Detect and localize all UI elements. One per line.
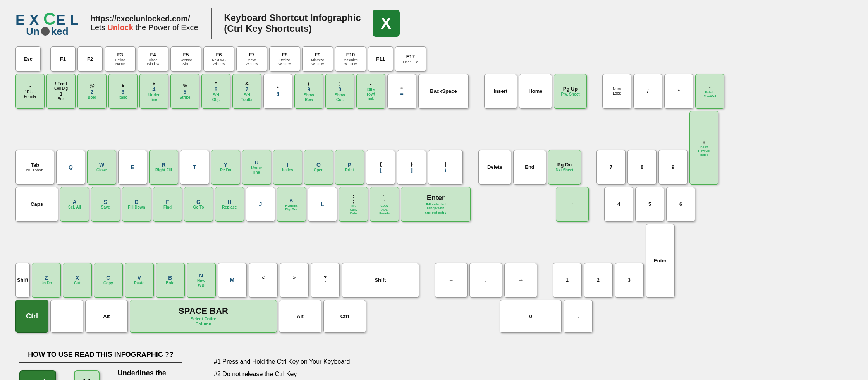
arrow-down-key[interactable]: ↓: [469, 263, 502, 298]
enter-key[interactable]: Enter Fill selectedrange withcurrent ent…: [401, 187, 471, 222]
tab-key[interactable]: Tab Nxt TB/WB: [15, 150, 54, 185]
bracket-open-key[interactable]: { [: [366, 150, 395, 185]
z-key[interactable]: Z Un Do: [32, 263, 61, 298]
f11-key[interactable]: F11: [368, 46, 393, 72]
k-key[interactable]: K HyprlinkDlg. Box: [277, 187, 306, 222]
x-key[interactable]: X Cut: [63, 263, 92, 298]
num5-key[interactable]: 5: [635, 187, 664, 222]
numlock-key[interactable]: NumLock: [602, 74, 631, 109]
num-mul-key[interactable]: *: [664, 74, 693, 109]
f5-key[interactable]: F5 RestoreSize: [170, 46, 201, 72]
a-key[interactable]: A Sel. All: [60, 187, 89, 222]
arrow-right-key[interactable]: →: [504, 263, 537, 298]
caps-key[interactable]: Caps: [15, 187, 58, 222]
u-key[interactable]: U Underline: [242, 150, 271, 185]
home-key[interactable]: Home: [519, 74, 552, 109]
end-key[interactable]: End: [513, 150, 546, 185]
num7-key[interactable]: 7: [596, 150, 626, 185]
three-key[interactable]: # 3 Italic: [108, 74, 138, 109]
arrow-left-key[interactable]: ←: [435, 263, 468, 298]
f8-key[interactable]: F8 ResizeWindow: [269, 46, 300, 72]
num4-key[interactable]: 4: [604, 187, 633, 222]
p-key[interactable]: P Print: [335, 150, 364, 185]
shift-left-key[interactable]: Shift: [15, 263, 30, 298]
pipe-key[interactable]: | \: [428, 150, 463, 185]
q-key[interactable]: Q: [56, 150, 85, 185]
t-key[interactable]: T: [180, 150, 209, 185]
num-plus-key[interactable]: + InsertRow/Column: [689, 111, 718, 185]
j-key[interactable]: J: [246, 187, 275, 222]
bracket-close-key[interactable]: } ]: [397, 150, 426, 185]
num-div-key[interactable]: /: [633, 74, 662, 109]
r-key[interactable]: R Right Fill: [149, 150, 178, 185]
num3-key[interactable]: 3: [615, 263, 644, 298]
pgdn-key[interactable]: Pg Dn Nxt Sheet: [548, 150, 581, 185]
win-left-key[interactable]: [50, 300, 83, 333]
slash-key[interactable]: ? /: [311, 263, 340, 298]
zero-key[interactable]: ) 0 ShowCol.: [325, 74, 354, 109]
s-key[interactable]: S Save: [91, 187, 120, 222]
n-key[interactable]: N NewWB: [187, 263, 216, 298]
num8-key[interactable]: 8: [627, 150, 657, 185]
w-key[interactable]: W Close: [87, 150, 116, 185]
f1-key[interactable]: F1: [50, 46, 76, 72]
arrow-up-key[interactable]: ↑: [556, 187, 589, 222]
num-enter-key[interactable]: Enter: [646, 224, 675, 298]
four-key[interactable]: $ 4 Underline: [139, 74, 168, 109]
y-key[interactable]: Y Re Do: [211, 150, 240, 185]
f3-key[interactable]: F3 DefineName: [105, 46, 136, 72]
b-key[interactable]: B Bold: [156, 263, 185, 298]
pgup-key[interactable]: Pg Up Prv. Sheet: [554, 74, 587, 109]
f12-key[interactable]: F12 Open File: [395, 46, 426, 72]
demo-ctrl-key[interactable]: Ctrl: [19, 370, 56, 380]
num2-key[interactable]: 2: [584, 263, 613, 298]
e-key[interactable]: E: [118, 150, 147, 185]
num-dot-key[interactable]: .: [564, 300, 593, 333]
nine-key[interactable]: ( 9 ShowRow: [294, 74, 323, 109]
num-minus-key[interactable]: - DeleteRow/Col: [695, 74, 724, 109]
v-key[interactable]: V Paste: [125, 263, 154, 298]
c-key[interactable]: C Copy: [94, 263, 123, 298]
f10-key[interactable]: F10 MaxmizeWindow: [335, 46, 366, 72]
space-key[interactable]: SPACE BAR Select EntireColumn: [130, 300, 277, 333]
d-key[interactable]: D Fill Down: [122, 187, 151, 222]
i-key[interactable]: I Italics: [273, 150, 302, 185]
f7-key[interactable]: F7 MoveWindow: [236, 46, 267, 72]
comma-key[interactable]: < ,: [249, 263, 278, 298]
ctrl-left-key[interactable]: Ctrl: [15, 300, 48, 333]
delete-nav-key[interactable]: Delete: [478, 150, 511, 185]
f6-key[interactable]: F6 Next WBWindow: [203, 46, 234, 72]
six-key[interactable]: ^ 6 S/HObj.: [201, 74, 230, 109]
num1-key[interactable]: 1: [553, 263, 582, 298]
alt-left-key[interactable]: Alt: [85, 300, 128, 333]
num9-key[interactable]: 9: [658, 150, 688, 185]
alt-right-key[interactable]: Alt: [279, 300, 321, 333]
eight-key[interactable]: * 8: [263, 74, 292, 109]
g-key[interactable]: G Go To: [184, 187, 213, 222]
h-key[interactable]: H Replace: [215, 187, 244, 222]
num6-key[interactable]: 6: [666, 187, 695, 222]
esc-key[interactable]: Esc: [15, 46, 41, 72]
minus-key[interactable]: - Dlterow/col.: [356, 74, 385, 109]
l-key[interactable]: L: [308, 187, 337, 222]
o-key[interactable]: O Open: [304, 150, 333, 185]
plus-key[interactable]: + =: [387, 74, 416, 109]
backspace-key[interactable]: BackSpace: [418, 74, 469, 109]
five-key[interactable]: % 5 Strike: [170, 74, 199, 109]
f9-key[interactable]: F9 MinmizeWindow: [302, 46, 333, 72]
f4-key[interactable]: F4 CloseWindow: [138, 46, 168, 72]
period-key[interactable]: > .: [280, 263, 309, 298]
f-key[interactable]: F Find: [153, 187, 182, 222]
one-key[interactable]: ! Frmt Cell Dlg 1 Box: [46, 74, 76, 109]
insert-key[interactable]: Insert: [484, 74, 517, 109]
demo-u-key[interactable]: U: [74, 370, 100, 380]
f2-key[interactable]: F2: [77, 46, 103, 72]
shift-right-key[interactable]: Shift: [342, 263, 419, 298]
quote-key[interactable]: " ' CopyAbv.Formla: [370, 187, 399, 222]
ctrl-right-key[interactable]: Ctrl: [323, 300, 366, 333]
num0-key[interactable]: 0: [500, 300, 562, 333]
tilde-key[interactable]: ~ ` Disp.Formla: [15, 74, 45, 109]
two-key[interactable]: @ 2 Bold: [77, 74, 107, 109]
m-key[interactable]: M: [218, 263, 247, 298]
colon-key[interactable]: : ; Inrt.Curr.Date: [339, 187, 368, 222]
